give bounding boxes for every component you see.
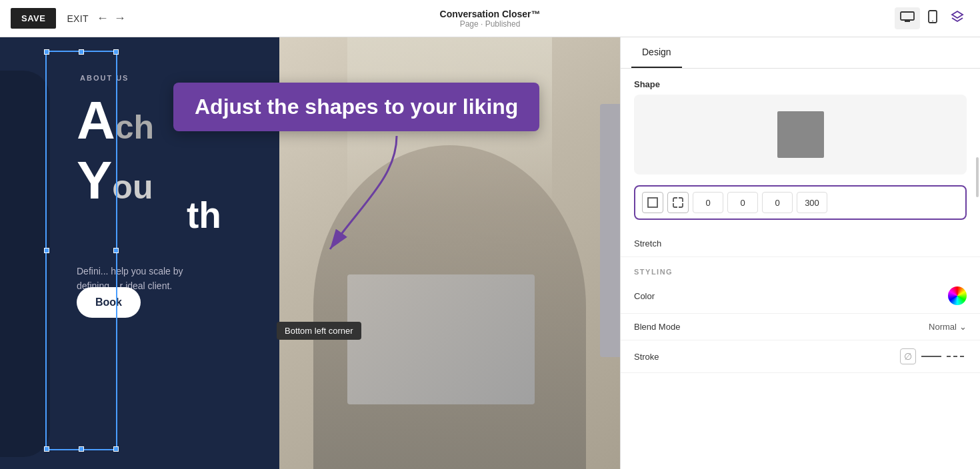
mobile-view-button[interactable]: [923, 6, 943, 31]
handle-tr[interactable]: [113, 49, 119, 55]
topbar-center: Conversation Closer™ Page · Published: [440, 9, 541, 29]
layers-button[interactable]: [945, 6, 969, 31]
shape-square: [777, 111, 824, 158]
exit-button[interactable]: EXIT: [67, 13, 88, 24]
handle-br[interactable]: [113, 446, 119, 452]
panel-scrollbar[interactable]: [976, 157, 979, 197]
page-title: Conversation Closer™: [440, 9, 541, 19]
main-area: ABOUT US Ach You th Defini... help you s…: [0, 37, 980, 469]
handle-tl[interactable]: [44, 49, 49, 55]
about-us-label: ABOUT US: [80, 74, 129, 82]
corner-rounded-button[interactable]: [667, 192, 689, 213]
topbar-right: [895, 6, 969, 31]
stroke-none-button[interactable]: ∅: [900, 348, 916, 364]
corner-input-bl[interactable]: [762, 192, 793, 213]
stretch-row: Stretch: [621, 231, 980, 257]
page-subtitle: Page · Published: [440, 19, 541, 29]
corner-input-br[interactable]: [797, 192, 827, 213]
blend-mode-selector[interactable]: Normal ⌄: [929, 322, 967, 332]
handle-bm[interactable]: [79, 446, 84, 452]
stroke-solid-button[interactable]: [921, 356, 941, 357]
save-button[interactable]: SAVE: [11, 8, 56, 29]
stroke-row: Stroke ∅: [621, 340, 980, 373]
stroke-label: Stroke: [634, 352, 659, 362]
handle-mr[interactable]: [113, 248, 119, 253]
corner-input-tl[interactable]: [693, 192, 723, 213]
annotation-arrow: [310, 136, 403, 256]
panel-content: Shape: [621, 69, 980, 469]
blend-mode-label: Blend Mode: [634, 322, 680, 332]
handle-tm[interactable]: [79, 49, 84, 55]
photo-gray-rect: [600, 104, 620, 357]
stroke-options: ∅: [900, 348, 967, 364]
book-button[interactable]: Book: [77, 287, 141, 318]
color-picker[interactable]: [948, 286, 967, 305]
hero-suffix: th: [187, 194, 221, 236]
hero-title-line1: Ach: [77, 94, 154, 147]
color-row: Color: [621, 278, 980, 314]
color-label: Color: [634, 291, 655, 301]
shape-section-label: Shape: [621, 69, 980, 95]
chevron-down-icon: ⌄: [959, 322, 967, 332]
stretch-label: Stretch: [634, 238, 661, 248]
svg-rect-4: [648, 198, 657, 207]
redo-button[interactable]: →: [114, 11, 126, 25]
left-shape: [0, 71, 50, 457]
corner-radius-row: [634, 185, 967, 220]
tab-design[interactable]: Design: [631, 37, 682, 68]
laptop-shape: [347, 274, 535, 404]
topbar: SAVE EXIT ← → Conversation Closer™ Page …: [0, 0, 980, 37]
desktop-view-button[interactable]: [895, 7, 920, 29]
annotation-box: Adjust the shapes to your liking: [173, 83, 539, 131]
blend-mode-row: Blend Mode Normal ⌄: [621, 314, 980, 340]
annotation-text: Adjust the shapes to your liking: [195, 95, 518, 119]
stroke-dashed-button[interactable]: [947, 356, 967, 357]
page-canvas[interactable]: ABOUT US Ach You th Defini... help you s…: [0, 37, 620, 469]
corner-square-button[interactable]: [642, 192, 663, 213]
shape-preview-area[interactable]: [634, 95, 967, 175]
side-panel: Design Shape: [620, 37, 980, 469]
styling-header: STYLING: [621, 257, 980, 278]
undo-button[interactable]: ←: [97, 11, 109, 25]
handle-bl[interactable]: [44, 446, 49, 452]
hero-title-line2: You: [77, 154, 153, 207]
corner-input-tr[interactable]: [727, 192, 758, 213]
svg-point-2: [932, 21, 933, 22]
panel-tabs: Design: [621, 37, 980, 69]
svg-rect-0: [901, 12, 914, 20]
